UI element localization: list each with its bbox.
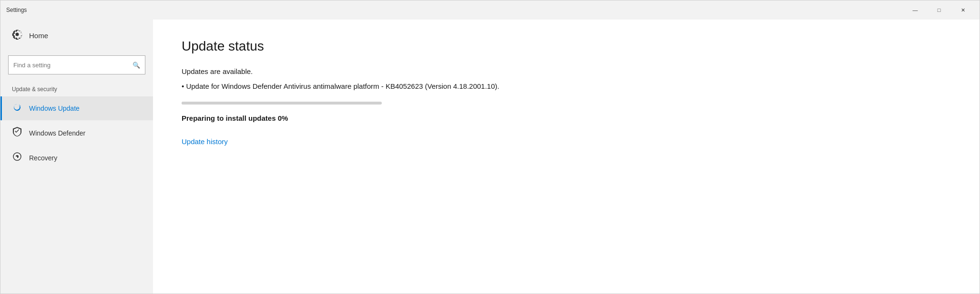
search-container: 🔍	[0, 52, 153, 82]
title-bar-controls: — □ ✕	[904, 2, 974, 18]
content-area: Home 🔍 Update & security Windows Update	[0, 20, 980, 294]
update-history-link[interactable]: Update history	[182, 137, 228, 146]
search-icon: 🔍	[133, 62, 140, 69]
main-content: Update status Updates are available. • U…	[153, 20, 980, 294]
preparing-text: Preparing to install updates 0%	[182, 114, 951, 122]
page-title: Update status	[182, 39, 951, 54]
gear-icon	[12, 29, 22, 42]
update-available-text: Updates are available.	[182, 67, 951, 75]
close-button[interactable]: ✕	[952, 2, 974, 18]
recovery-icon	[12, 152, 22, 163]
sync-icon	[12, 103, 22, 114]
sidebar: Home 🔍 Update & security Windows Update	[0, 20, 153, 294]
progress-bar-fill	[182, 102, 185, 105]
section-label: Update & security	[0, 82, 153, 96]
sidebar-item-recovery[interactable]: Recovery	[0, 146, 153, 170]
home-label: Home	[29, 32, 48, 40]
search-box[interactable]: 🔍	[8, 55, 145, 74]
window-title: Settings	[6, 7, 27, 13]
sidebar-item-recovery-label: Recovery	[29, 154, 57, 162]
search-input[interactable]	[13, 62, 133, 69]
shield-icon	[12, 127, 22, 139]
maximize-button[interactable]: □	[928, 2, 950, 18]
progress-bar-container	[182, 102, 382, 105]
sidebar-item-windows-update[interactable]: Windows Update	[0, 96, 153, 120]
update-detail-text: • Update for Windows Defender Antivirus …	[182, 81, 544, 92]
title-bar-left: Settings	[6, 7, 27, 13]
sidebar-item-home[interactable]: Home	[0, 20, 153, 52]
title-bar: Settings — □ ✕	[0, 0, 980, 20]
sidebar-item-windows-defender-label: Windows Defender	[29, 129, 85, 137]
sidebar-item-windows-defender[interactable]: Windows Defender	[0, 120, 153, 146]
settings-window: Settings — □ ✕ Home	[0, 0, 980, 294]
minimize-button[interactable]: —	[904, 2, 926, 18]
sidebar-item-windows-update-label: Windows Update	[29, 105, 80, 112]
